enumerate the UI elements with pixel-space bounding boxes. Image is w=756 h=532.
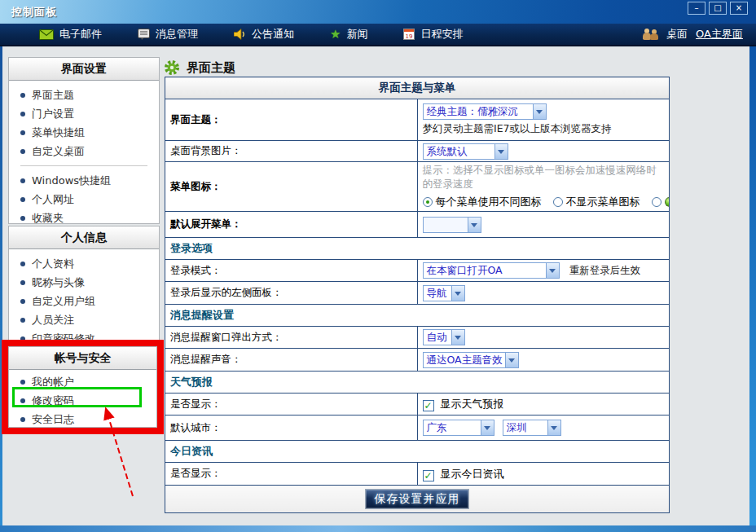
maximize-button[interactable]: □ <box>709 2 727 15</box>
toolbar-item-messages[interactable]: 消息管理 <box>138 27 198 42</box>
sidebar-item-staff-follow[interactable]: 人员关注 <box>9 310 159 329</box>
sidebar-item-change-password[interactable]: 修改密码 <box>9 391 156 410</box>
page-title-bar: 界面主题 <box>164 59 235 76</box>
sidebar-item-security-log[interactable]: 安全日志 <box>9 410 156 429</box>
field-label: 默认展开菜单： <box>165 212 418 238</box>
radio-no-icons[interactable]: 不显示菜单图标 <box>553 195 640 209</box>
radio-icon[interactable] <box>553 197 563 207</box>
window-border-right <box>749 46 756 532</box>
window-border-bottom <box>0 525 756 532</box>
wallpaper-select[interactable]: 系统默认 <box>423 143 508 160</box>
calendar-icon: 19 <box>403 29 415 40</box>
toolbar-item-announcements[interactable]: 公告通知 <box>234 27 294 42</box>
field-label: 消息提醒声音： <box>165 349 418 372</box>
oa-main-link[interactable]: OA主界面 <box>696 27 743 42</box>
row-login-mode: 登录模式： 在本窗口打开OA 重新登录后生效 <box>165 260 670 282</box>
bullet-icon <box>20 417 25 422</box>
toolbar-item-label: 电子邮件 <box>59 27 102 42</box>
sidebar-item-windows-shortcut-group[interactable]: Windows快捷组 <box>9 171 159 190</box>
sidebar-item-seal-password[interactable]: 印章密码修改 <box>9 329 159 348</box>
default-menu-select[interactable] <box>423 217 481 233</box>
sidebar-item-custom-desktop[interactable]: 自定义桌面 <box>9 142 159 160</box>
sidebar-item-menu-shortcut-group[interactable]: 菜单快捷组 <box>9 123 159 142</box>
msg-sound-select[interactable]: 通达OA主题音效 <box>423 352 519 368</box>
desktop-people-icon <box>642 29 658 40</box>
sidebar-item-interface-theme[interactable]: 界面主题 <box>9 86 159 104</box>
left-panel-select[interactable]: 导航 <box>423 285 465 301</box>
star-icon: ★ <box>330 29 341 41</box>
row-msg-popup: 消息提醒窗口弹出方式： 自动 <box>165 327 670 349</box>
sidebar-item-label: Windows快捷组 <box>32 174 111 188</box>
row-news-show: 是否显示： 显示今日资讯 <box>165 463 670 486</box>
toolbar-item-schedule[interactable]: 19 日程安排 <box>403 27 463 42</box>
radio-different-icons[interactable]: 每个菜单使用不同图标 <box>423 195 542 209</box>
chevron-down-icon[interactable] <box>494 144 508 159</box>
control-panel-window: { "window": { "title": "控制面板", "controls… <box>0 0 756 532</box>
field-label: 是否显示： <box>165 394 418 415</box>
row-interface-theme: 界面主题： 经典主题：儒雅深沉 梦幻灵动主题需IE7或以上版本浏览器支持 <box>165 99 670 141</box>
sidebar-item-favorites[interactable]: 收藏夹 <box>9 209 159 227</box>
field-value: 显示今日资讯 <box>417 463 670 486</box>
toolbar-item-email[interactable]: 电子邮件 <box>39 27 102 42</box>
chevron-down-icon[interactable] <box>451 330 464 345</box>
minimize-button[interactable]: – <box>688 2 705 15</box>
page-title: 界面主题 <box>187 60 235 76</box>
toolbar-item-label: 公告通知 <box>252 27 294 42</box>
news-checkbox[interactable] <box>423 470 434 481</box>
chevron-down-icon[interactable] <box>533 104 546 119</box>
toolbar-left: 电子邮件 消息管理 公告通知 ★ 新闻 19 日程安排 <box>0 27 642 42</box>
sidebar-item-nickname-avatar[interactable]: 昵称与头像 <box>9 273 159 292</box>
sidebar-section-interface-settings: 界面设置 界面主题 门户设置 菜单快捷组 自定义桌面 Windows快捷组 个人… <box>8 57 160 224</box>
radio-green-orb[interactable] <box>652 197 670 207</box>
sidebar-item-custom-user-group[interactable]: 自定义用户组 <box>9 292 159 310</box>
field-label: 消息提醒窗口弹出方式： <box>165 327 418 349</box>
sidebar-item-label: 自定义用户组 <box>32 294 95 309</box>
radio-icon[interactable] <box>652 197 662 207</box>
msg-popup-select[interactable]: 自动 <box>423 329 465 345</box>
save-apply-button[interactable]: 保存设置并应用 <box>365 489 469 509</box>
sidebar-section-personal-info: 个人信息 个人资料 昵称与头像 自定义用户组 人员关注 印章密码修改 <box>8 226 160 348</box>
chevron-down-icon[interactable] <box>505 353 518 367</box>
row-weather-show: 是否显示： 显示天气预报 <box>165 394 670 415</box>
window-border-left <box>0 46 2 532</box>
sidebar-section-title: 个人信息 <box>9 226 159 249</box>
sidebar-item-label: 人员关注 <box>32 313 74 328</box>
province-select[interactable]: 广东 <box>423 420 494 436</box>
window-title: 控制面板 <box>11 5 57 20</box>
login-mode-select[interactable]: 在本窗口打开OA <box>423 262 560 279</box>
radio-selected-icon[interactable] <box>423 197 433 207</box>
sidebar-item-personal-urls[interactable]: 个人网址 <box>9 190 159 209</box>
sidebar-item-label: 收藏夹 <box>32 211 64 226</box>
sidebar-item-personal-profile[interactable]: 个人资料 <box>9 254 159 273</box>
desktop-link[interactable]: 桌面 <box>666 27 688 42</box>
default-menu-select-value <box>424 218 468 232</box>
login-mode-note: 重新登录后生效 <box>569 264 641 276</box>
row-left-panel: 登录后显示的左侧面板： 导航 <box>165 282 670 305</box>
chevron-down-icon[interactable] <box>451 286 464 301</box>
msg-popup-select-value: 自动 <box>424 330 451 345</box>
toolbar-item-news[interactable]: ★ 新闻 <box>330 27 367 42</box>
checkbox-label: 显示今日资讯 <box>441 468 504 480</box>
mail-icon <box>39 29 54 40</box>
bullet-icon <box>20 216 25 221</box>
theme-select[interactable]: 经典主题：儒雅深沉 <box>423 103 547 120</box>
sidebar-item-my-account[interactable]: 我的帐户 <box>9 372 156 391</box>
field-value: 显示天气预报 <box>417 394 670 415</box>
chevron-down-icon[interactable] <box>481 420 494 435</box>
sidebar-item-label: 修改密码 <box>32 394 74 408</box>
chevron-down-icon[interactable] <box>547 420 560 435</box>
toolbar-item-label: 新闻 <box>346 27 367 42</box>
weather-checkbox[interactable] <box>423 400 434 411</box>
city-select[interactable]: 深圳 <box>503 420 561 436</box>
left-panel-select-value: 导航 <box>424 286 451 301</box>
chevron-down-icon[interactable] <box>468 218 481 232</box>
chevron-down-icon[interactable] <box>546 263 559 278</box>
svg-text:19: 19 <box>406 33 413 40</box>
login-mode-select-value: 在本窗口打开OA <box>424 263 546 278</box>
radio-label: 每个菜单使用不同图标 <box>436 195 542 209</box>
close-button[interactable]: × <box>730 2 748 15</box>
field-value <box>417 212 670 238</box>
field-value: 导航 <box>417 282 670 305</box>
sidebar-item-portal-settings[interactable]: 门户设置 <box>9 104 159 123</box>
sidebar-divider <box>20 165 147 166</box>
